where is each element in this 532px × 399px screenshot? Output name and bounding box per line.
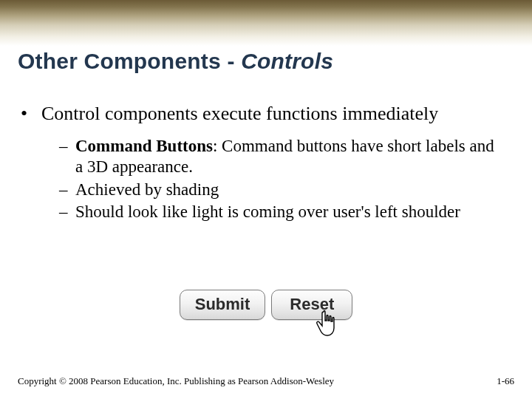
reset-button[interactable]: Reset [271,290,352,320]
sub-bold: Command Buttons [75,137,213,155]
dash-mark: – [59,136,75,178]
sub-rest: Achieved by shading [75,180,219,199]
dash-mark: – [59,202,75,223]
bullet-item: • Control components execute functions i… [21,102,505,126]
slide-footer: Copyright © 2008 Pearson Education, Inc.… [18,375,514,387]
slide-title: Other Components - Controls [18,49,333,74]
title-italic: Controls [241,49,333,73]
header-gradient [0,0,532,46]
sub-bullet-item: – Achieved by shading [59,180,505,201]
button-row: Submit Reset [0,290,532,320]
sub-bullet-item: – Command Buttons: Command buttons have … [59,136,505,178]
copyright-text: Copyright © 2008 Pearson Education, Inc.… [18,375,334,387]
sub-bullet-text: Should look like light is coming over us… [75,202,505,223]
sub-bullet-text: Achieved by shading [75,180,505,201]
sub-bullet-item: – Should look like light is coming over … [59,202,505,223]
title-prefix: Other Components - [18,49,241,73]
submit-button[interactable]: Submit [180,290,266,320]
sub-bullet-list: – Command Buttons: Command buttons have … [59,136,505,223]
dash-mark: – [59,180,75,201]
page-number: 1-66 [497,375,514,387]
sub-bullet-text: Command Buttons: Command buttons have sh… [75,136,505,178]
sub-rest: Should look like light is coming over us… [75,202,460,221]
bullet-mark: • [21,102,41,126]
bullet-text: Control components execute functions imm… [41,102,505,126]
slide-body: • Control components execute functions i… [21,102,505,225]
